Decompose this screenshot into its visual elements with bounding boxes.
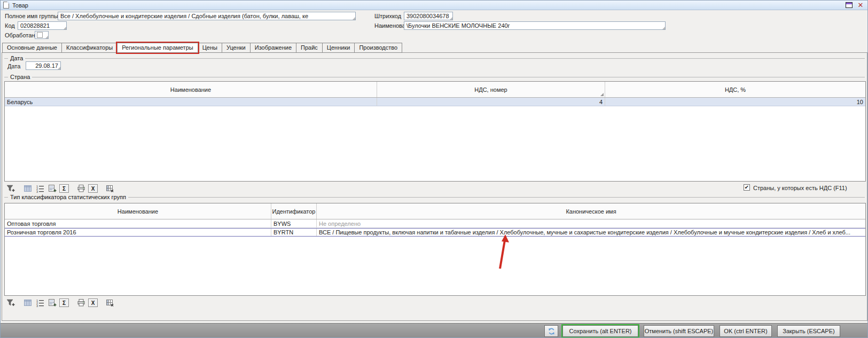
vat-filter-label: Страны, у которых есть НДС (F11) [753, 185, 847, 191]
restore-window-button[interactable] [844, 2, 853, 9]
vat-filter-checkbox[interactable] [744, 184, 750, 191]
sum-icon[interactable]: Σ [59, 298, 69, 307]
close-icon: ✕ [858, 2, 864, 9]
refresh-button[interactable] [544, 325, 558, 337]
svg-text:3: 3 [36, 304, 38, 307]
code-field[interactable]: 020828821 [18, 21, 67, 30]
sum-icon[interactable]: Σ [59, 184, 69, 193]
barcode-label: Штрихкод [374, 13, 401, 19]
country-cell-name: Беларусь [5, 98, 377, 106]
processed-checkbox[interactable] [35, 31, 49, 39]
date-field-label: Дата [7, 63, 20, 69]
classifier-groupbox-title: Тип классификатора статистических групп [4, 194, 865, 200]
classifier-row-retail-2016[interactable]: Розничная торговля 2016 BYRTN ВСЕ / Пище… [5, 228, 865, 237]
country-cell-vat-percent: 10 [605, 98, 865, 106]
filter-icon[interactable] [5, 298, 15, 308]
classifier-cell-name: Оптовая торговля [5, 219, 271, 227]
processed-label: Обработан [5, 32, 35, 38]
date-field[interactable]: 29.08.17 [26, 61, 61, 70]
classifier-col-id[interactable]: Идентификатор [271, 203, 317, 219]
date-groupbox-title: Дата [4, 55, 865, 61]
classifier-cell-canonical: Не определено [317, 219, 865, 227]
export-excel-icon[interactable]: X [88, 298, 98, 307]
numbered-list-icon[interactable]: 123 [35, 184, 45, 193]
filter-icon[interactable] [5, 184, 15, 193]
country-col-vat-number[interactable]: НДС, номер [377, 82, 605, 97]
columns-icon[interactable] [22, 298, 33, 308]
country-table: Наименование НДС, номер НДС, % Беларусь … [4, 81, 866, 182]
full-group-label: Полное имя группы [5, 13, 58, 19]
tab-tsenniki[interactable]: Ценники [322, 43, 355, 53]
ok-button[interactable]: OK (ctrl ENTER) [720, 325, 772, 337]
classifier-table-header: Наименование Идентификатор Каноническое … [5, 203, 865, 219]
tab-proizvodstvo[interactable]: Производство [354, 43, 402, 53]
country-groupbox-title: Страна [4, 74, 865, 80]
code-label: Код [5, 22, 15, 29]
classifier-table: Наименование Идентификатор Каноническое … [4, 203, 866, 296]
save-button[interactable]: Сохранить (alt ENTER) [562, 325, 638, 337]
restore-icon [846, 2, 853, 8]
grid-settings-icon[interactable] [105, 298, 115, 308]
close-button[interactable]: Закрыть (ESCAPE) [777, 325, 840, 337]
name-field[interactable]: \Булочки ВЕНСКИЕ МОЛОЧНЫЕ 240г [404, 21, 666, 30]
tab-prays[interactable]: Прайс [296, 43, 323, 53]
product-window: Товар ✕ Полное имя группы Все / Хлебобул… [0, 0, 868, 338]
tab-klassifikatory[interactable]: Классификаторы [61, 43, 118, 53]
country-table-header: Наименование НДС, номер НДС, % [5, 82, 865, 98]
calculator-add-icon[interactable] [47, 184, 57, 193]
tabstrip: Основные данные Классификаторы Региональ… [2, 43, 402, 53]
calculator-add-icon[interactable] [47, 298, 57, 308]
titlebar: Товар ✕ [1, 1, 867, 10]
country-grid-toolbar: 123 Σ X [5, 184, 115, 193]
columns-icon[interactable] [22, 184, 33, 193]
cancel-button[interactable]: Отменить (shift ESCAPE) [644, 325, 714, 337]
close-window-button[interactable]: ✕ [856, 2, 865, 9]
export-excel-icon[interactable]: X [88, 184, 98, 193]
classifier-col-name[interactable]: Наименование [5, 203, 271, 219]
country-col-vat-percent[interactable]: НДС, % [605, 82, 865, 97]
numbered-list-icon[interactable]: 123 [35, 298, 45, 308]
print-icon[interactable] [76, 184, 86, 193]
tab-tseny[interactable]: Цены [198, 43, 222, 53]
classifier-cell-id: BYRTN [271, 229, 317, 236]
tab-regionalnye-parametry[interactable]: Региональные параметры [117, 43, 198, 53]
barcode-field[interactable]: 3902080034678 [404, 12, 453, 20]
classifier-col-canonical[interactable]: Каноническое имя [317, 203, 865, 219]
print-icon[interactable] [76, 298, 86, 308]
classifier-cell-name: Розничная торговля 2016 [5, 229, 271, 236]
document-icon [3, 2, 9, 9]
tab-content-panel: Дата Дата 29.08.17 Страна Наименование Н… [2, 52, 867, 321]
classifier-cell-canonical: ВСЕ / Пищевые продукты, включая напитки … [317, 229, 865, 236]
full-group-field[interactable]: Все / Хлебобулочные и кондитерские издел… [58, 12, 356, 20]
tab-utsenki[interactable]: Уценки [222, 43, 251, 53]
tab-osnovnye-dannye[interactable]: Основные данные [2, 43, 62, 53]
classifier-row-wholesale[interactable]: Оптовая торговля BYWS Не определено [5, 219, 865, 228]
grid-settings-icon[interactable] [105, 184, 115, 193]
country-col-name[interactable]: Наименование [5, 82, 377, 97]
classifier-grid-toolbar: 123 Σ X [5, 298, 115, 308]
window-title: Товар [12, 2, 28, 9]
country-row-belarus[interactable]: Беларусь 4 10 [5, 98, 865, 106]
country-cell-vat-number: 4 [377, 98, 605, 106]
refresh-icon [548, 327, 556, 335]
svg-text:3: 3 [36, 190, 38, 193]
tab-izobrazhenie[interactable]: Изображение [250, 43, 296, 53]
classifier-cell-id: BYWS [271, 219, 317, 227]
